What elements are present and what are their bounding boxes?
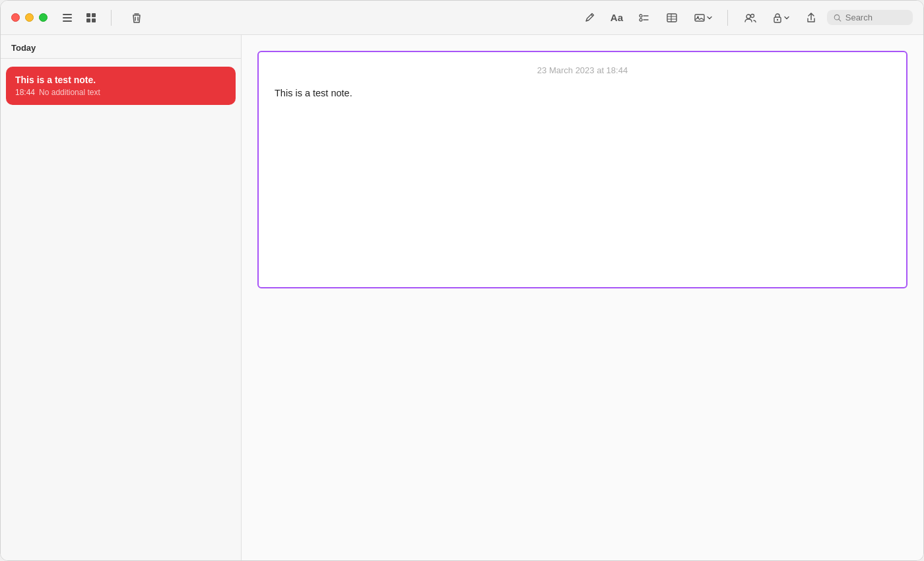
lock-button[interactable] [766, 9, 795, 26]
svg-rect-6 [92, 18, 96, 22]
lock-chevron-down-icon [783, 15, 790, 21]
media-icon [693, 11, 706, 24]
lock-icon [772, 12, 783, 24]
main-toolbar: Aa [578, 8, 913, 28]
sidebar: Today This is a test note. 18:44 No addi… [1, 35, 242, 560]
svg-rect-3 [86, 13, 90, 17]
table-icon [665, 11, 678, 24]
new-note-button[interactable] [578, 9, 601, 27]
table-button[interactable] [660, 9, 684, 27]
svg-point-18 [751, 14, 754, 17]
collaborate-icon [742, 11, 757, 25]
list-view-icon [61, 11, 74, 24]
trash-button[interactable] [127, 9, 146, 27]
close-button[interactable] [11, 13, 20, 22]
note-item-meta: 18:44 No additional text [15, 88, 226, 97]
svg-point-9 [640, 18, 642, 21]
collaborate-button[interactable] [737, 8, 762, 28]
search-icon [834, 13, 842, 22]
svg-rect-2 [63, 20, 72, 22]
main-content: 23 March 2023 at 18:44 This is a test no… [242, 35, 923, 560]
title-bar: Aa [1, 1, 923, 35]
share-icon [805, 11, 818, 24]
svg-rect-15 [695, 15, 704, 21]
svg-rect-0 [63, 14, 72, 15]
sidebar-section-today: Today [1, 35, 241, 58]
note-item-time: 18:44 [15, 88, 35, 97]
grid-view-icon [84, 11, 98, 24]
list-view-button[interactable] [58, 9, 77, 27]
trash-icon [130, 11, 143, 24]
svg-rect-4 [92, 13, 96, 17]
new-note-icon [583, 11, 596, 24]
media-button[interactable] [688, 9, 718, 27]
svg-point-20 [777, 18, 778, 20]
note-timestamp: 23 March 2023 at 18:44 [275, 65, 890, 75]
maximize-button[interactable] [39, 13, 48, 22]
note-item-preview: No additional text [39, 88, 100, 97]
search-box[interactable] [827, 10, 913, 25]
checklist-icon [638, 11, 651, 24]
toolbar-divider-2 [727, 10, 728, 26]
svg-point-7 [640, 15, 642, 17]
checklist-button[interactable] [632, 9, 656, 27]
grid-view-button[interactable] [82, 9, 100, 27]
svg-rect-5 [86, 18, 90, 22]
font-button[interactable]: Aa [605, 9, 628, 26]
note-body[interactable]: This is a test note. [275, 86, 890, 101]
toolbar-divider [111, 10, 112, 26]
share-button[interactable] [799, 9, 823, 27]
app-window: Aa [0, 0, 924, 561]
font-icon: Aa [610, 12, 623, 23]
media-chevron-down-icon [706, 15, 713, 21]
svg-point-17 [746, 15, 750, 18]
svg-rect-1 [63, 17, 72, 18]
content-area: Today This is a test note. 18:44 No addi… [1, 35, 923, 560]
sidebar-toolbar [58, 9, 146, 27]
note-editor[interactable]: 23 March 2023 at 18:44 This is a test no… [257, 51, 908, 288]
minimize-button[interactable] [25, 13, 34, 22]
sidebar-section-divider [1, 58, 241, 59]
note-item-title: This is a test note. [15, 75, 226, 85]
svg-rect-11 [667, 14, 676, 22]
search-input[interactable] [845, 13, 906, 22]
note-list-item[interactable]: This is a test note. 18:44 No additional… [6, 67, 236, 105]
traffic-lights [11, 13, 48, 22]
